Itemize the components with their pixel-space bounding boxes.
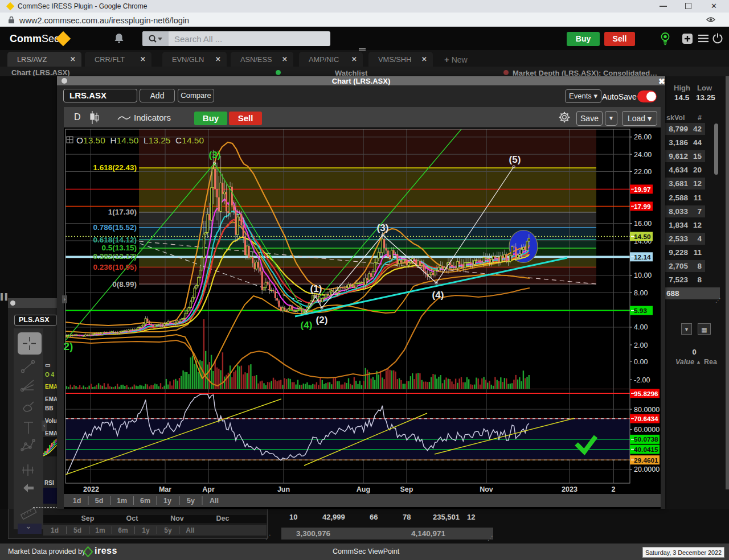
- svg-text:All: All: [210, 497, 219, 505]
- svg-text:(2): (2): [316, 315, 328, 326]
- svg-text:2.00: 2.00: [634, 341, 648, 349]
- svg-text:80.0000: 80.0000: [634, 406, 660, 414]
- svg-text:5d: 5d: [95, 497, 104, 505]
- svg-text:12.14: 12.14: [634, 253, 651, 261]
- svg-text:2022: 2022: [83, 485, 99, 493]
- svg-text:Mar: Mar: [159, 485, 171, 493]
- svg-text:17.99: 17.99: [634, 203, 651, 211]
- svg-text:0(8.99): 0(8.99): [112, 280, 137, 289]
- svg-text:0.236(10.95): 0.236(10.95): [93, 263, 137, 271]
- svg-text:Jun: Jun: [277, 485, 290, 493]
- svg-text:(5): (5): [509, 154, 521, 165]
- svg-text:1m: 1m: [117, 497, 127, 505]
- svg-text:10.00: 10.00: [634, 271, 652, 279]
- svg-text:0.786(15.52): 0.786(15.52): [93, 223, 137, 232]
- svg-text:1d: 1d: [73, 497, 81, 505]
- svg-text:19.97: 19.97: [634, 186, 651, 193]
- svg-text:(4): (4): [432, 290, 444, 300]
- svg-text:95.8296: 95.8296: [634, 390, 658, 398]
- svg-text:O13.50 H14.50 L13.25 C14.50: O13.50 H14.50 L13.25 C14.50: [76, 135, 204, 145]
- svg-text:2023: 2023: [562, 485, 578, 493]
- svg-text:24.00: 24.00: [634, 151, 652, 159]
- svg-text:70.6434: 70.6434: [634, 415, 658, 423]
- svg-text:5y: 5y: [187, 497, 195, 505]
- svg-text:(3): (3): [377, 223, 389, 233]
- svg-text:5.93: 5.93: [634, 307, 647, 315]
- svg-text:20.0000: 20.0000: [634, 466, 660, 473]
- svg-text:8.00: 8.00: [634, 289, 648, 297]
- svg-text:(1): (1): [310, 283, 322, 294]
- svg-text:1(17.30): 1(17.30): [108, 208, 137, 216]
- svg-text:29.4601: 29.4601: [634, 456, 658, 464]
- svg-text:1y: 1y: [163, 497, 171, 505]
- svg-text:60.0000: 60.0000: [634, 426, 660, 434]
- svg-text:Nov: Nov: [480, 485, 493, 493]
- svg-text:26.00: 26.00: [634, 133, 652, 141]
- svg-text:6m: 6m: [140, 497, 150, 505]
- svg-text:-2.00: -2.00: [634, 376, 650, 384]
- svg-text:4.00: 4.00: [634, 323, 648, 331]
- svg-text:0.618(14.12): 0.618(14.12): [93, 236, 137, 244]
- svg-text:(4): (4): [301, 320, 313, 331]
- svg-text:0.382(12.17): 0.382(12.17): [93, 252, 137, 261]
- svg-text:Apr: Apr: [202, 485, 215, 493]
- svg-text:16.00: 16.00: [634, 220, 652, 228]
- svg-text:Sep: Sep: [400, 485, 413, 493]
- svg-text:1.618(22.43): 1.618(22.43): [93, 163, 137, 172]
- svg-text:Aug: Aug: [357, 485, 370, 493]
- svg-text:2): 2): [64, 340, 73, 352]
- svg-text:22.00: 22.00: [634, 168, 652, 176]
- svg-text:50.0738: 50.0738: [634, 435, 658, 443]
- svg-text:(3): (3): [209, 150, 221, 160]
- svg-text:0.5(13.15): 0.5(13.15): [101, 244, 137, 252]
- svg-text:14.50: 14.50: [634, 233, 651, 241]
- svg-text:0.00: 0.00: [634, 358, 648, 366]
- svg-text:40.0415: 40.0415: [634, 446, 658, 454]
- svg-text:2: 2: [612, 485, 616, 493]
